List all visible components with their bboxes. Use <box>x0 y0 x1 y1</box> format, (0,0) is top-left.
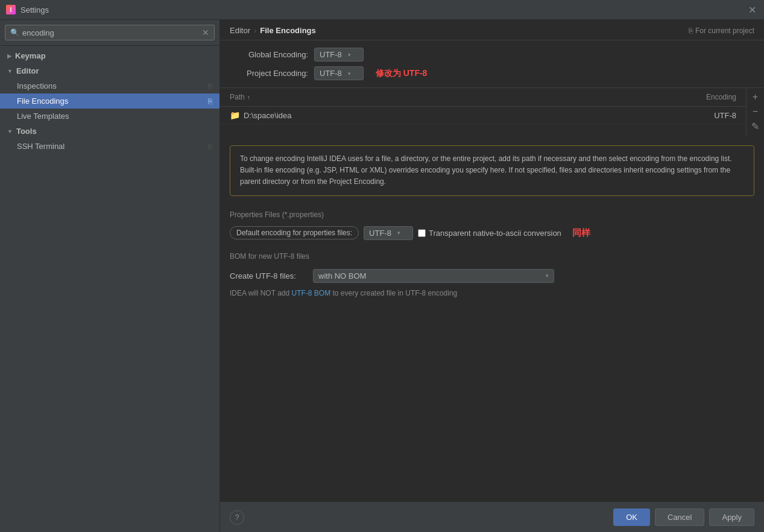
settings-body: Global Encoding: UTF-8 ▾ Project Encodin… <box>220 40 764 502</box>
apply-button[interactable]: Apply <box>709 508 754 526</box>
bom-section: BOM for new UTF-8 files Create UTF-8 fil… <box>220 247 764 305</box>
copy-icon: ⎘ <box>208 82 212 90</box>
encoding-col-header: Encoding <box>625 90 746 104</box>
path-table-main: Path ↑ Encoding 📁 D:\space\idea UTF-8 <box>220 88 746 136</box>
edit-row-button[interactable]: ✎ <box>749 119 762 133</box>
breadcrumb-current: File Encodings <box>260 26 315 35</box>
path-row-encoding: UTF-8 <box>625 111 746 120</box>
main-content: 🔍 ✕ ▶ Keymap ▼ Editor <box>0 20 764 532</box>
create-utf8-dropdown[interactable]: with NO BOM ▾ <box>313 269 554 283</box>
triangle-down-icon: ▼ <box>7 68 13 74</box>
project-encoding-label: Project Encoding: <box>230 69 308 78</box>
table-side-buttons: + − ✎ <box>746 88 764 136</box>
info-box: To change encoding IntelliJ IDEA uses fo… <box>230 145 754 196</box>
project-encoding-row: Project Encoding: UTF-8 ▾ 修改为 UTF-8 <box>230 66 754 80</box>
project-encoding-dropdown[interactable]: UTF-8 ▾ <box>314 66 364 80</box>
cancel-button[interactable]: Cancel <box>655 508 704 526</box>
bom-section-title: BOM for new UTF-8 files <box>230 252 754 261</box>
nav-tree: ▶ Keymap ▼ Editor Inspections ⎘ File Enc… <box>0 46 219 532</box>
properties-row: Default encoding for properties files: U… <box>230 224 754 242</box>
right-panel: Editor › File Encodings ⎘ For current pr… <box>220 20 764 532</box>
triangle-right-icon: ▶ <box>7 53 11 59</box>
properties-section-title: Properties Files (*.properties) <box>230 211 754 219</box>
copy-icon-ssh: ⎘ <box>208 142 212 151</box>
encoding-form: Global Encoding: UTF-8 ▾ Project Encodin… <box>220 40 764 88</box>
properties-section: Properties Files (*.properties) Default … <box>220 206 764 247</box>
chevron-down-icon-4: ▾ <box>546 273 549 279</box>
global-encoding-row: Global Encoding: UTF-8 ▾ <box>230 48 754 62</box>
properties-encoding-dropdown[interactable]: UTF-8 ▾ <box>364 226 413 240</box>
help-button[interactable]: ? <box>230 510 244 525</box>
search-icon: 🔍 <box>10 28 19 37</box>
close-button[interactable]: ✕ <box>746 4 758 16</box>
folder-icon: 📁 <box>230 110 240 120</box>
sidebar-item-tools[interactable]: ▼ Tools <box>0 124 219 139</box>
sidebar-item-inspections[interactable]: Inspections ⎘ <box>0 78 219 93</box>
ok-button[interactable]: OK <box>613 508 650 526</box>
default-encoding-label: Default encoding for properties files: <box>230 226 359 239</box>
remove-row-button[interactable]: − <box>749 105 762 118</box>
bottom-actions: OK Cancel Apply <box>613 508 754 526</box>
sidebar: 🔍 ✕ ▶ Keymap ▼ Editor <box>0 20 220 532</box>
native-to-ascii-wrap: Transparent native-to-ascii conversion <box>418 229 561 238</box>
search-bar: 🔍 ✕ <box>0 20 219 46</box>
chevron-down-icon-2: ▾ <box>348 71 351 77</box>
breadcrumb: Editor › File Encodings ⎘ For current pr… <box>220 20 764 40</box>
annotation-modify-utf8: 修改为 UTF-8 <box>376 68 428 79</box>
search-input[interactable] <box>22 28 199 37</box>
window-title: Settings <box>21 5 49 14</box>
path-table-section: Path ↑ Encoding 📁 D:\space\idea UTF-8 <box>220 88 764 136</box>
annotation-same: 同样 <box>572 227 590 239</box>
bom-note-link: UTF-8 BOM <box>291 289 330 297</box>
sidebar-item-ssh-terminal[interactable]: SSH Terminal ⎘ <box>0 139 219 154</box>
breadcrumb-parent: Editor <box>230 26 250 35</box>
title-bar: I Settings ✕ <box>0 0 764 20</box>
sidebar-item-keymap[interactable]: ▶ Keymap <box>0 48 219 63</box>
path-row-path: 📁 D:\space\idea <box>220 110 625 120</box>
clear-icon[interactable]: ✕ <box>202 28 209 37</box>
breadcrumb-separator: › <box>254 26 256 35</box>
triangle-down-icon-2: ▼ <box>7 128 13 135</box>
table-row: 📁 D:\space\idea UTF-8 <box>220 107 746 124</box>
native-to-ascii-label: Transparent native-to-ascii conversion <box>429 229 561 238</box>
global-encoding-dropdown[interactable]: UTF-8 ▾ <box>314 48 364 62</box>
bottom-bar: ? OK Cancel Apply <box>220 502 764 532</box>
path-col-header: Path ↑ <box>220 90 625 104</box>
sidebar-item-live-templates[interactable]: Live Templates <box>0 109 219 124</box>
native-to-ascii-checkbox[interactable] <box>418 229 426 237</box>
sort-asc-icon: ↑ <box>247 94 250 101</box>
breadcrumb-project: ⎘ For current project <box>689 27 754 35</box>
add-row-button[interactable]: + <box>749 90 762 104</box>
copy-icon-selected: ⎘ <box>208 97 212 106</box>
sidebar-item-file-encodings[interactable]: File Encodings ⎘ <box>0 93 219 109</box>
sidebar-item-editor[interactable]: ▼ Editor <box>0 63 219 78</box>
path-table-header: Path ↑ Encoding <box>220 88 746 107</box>
chevron-down-icon-3: ▾ <box>397 230 400 236</box>
global-encoding-label: Global Encoding: <box>230 50 308 59</box>
search-input-wrap[interactable]: 🔍 ✕ <box>5 25 215 40</box>
bom-row: Create UTF-8 files: with NO BOM ▾ <box>230 265 754 287</box>
copy-icon-breadcrumb: ⎘ <box>689 27 693 35</box>
bom-note: IDEA will NOT add UTF-8 BOM to every cre… <box>230 287 754 300</box>
chevron-down-icon: ▾ <box>348 52 351 58</box>
create-utf8-label: Create UTF-8 files: <box>230 271 308 280</box>
app-icon: I <box>6 5 16 14</box>
